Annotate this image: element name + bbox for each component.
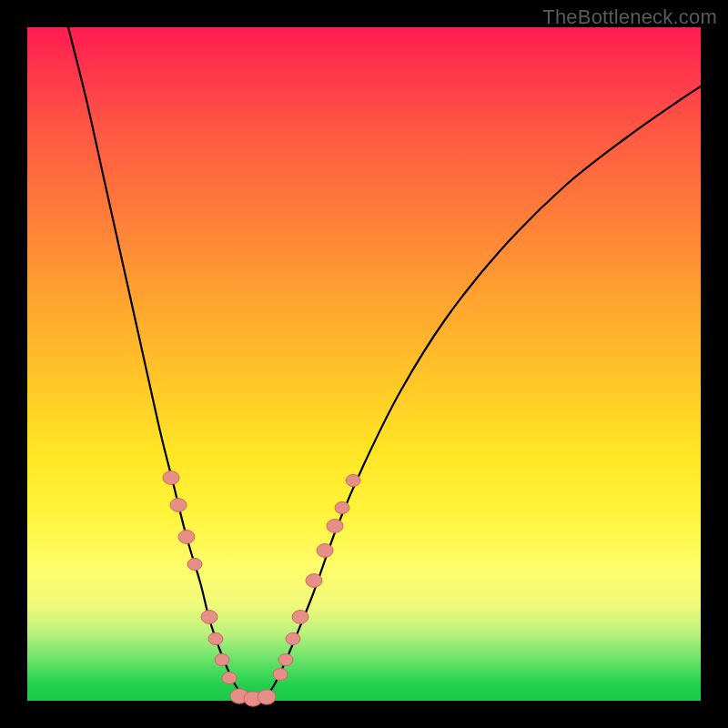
curve-group — [68, 27, 701, 698]
data-marker — [292, 611, 308, 624]
data-marker — [278, 653, 293, 665]
data-marker — [215, 653, 229, 665]
curve-right-curve — [264, 86, 701, 698]
data-marker — [258, 690, 276, 704]
data-marker — [178, 531, 195, 544]
data-marker — [201, 611, 217, 624]
data-marker — [163, 471, 179, 485]
data-marker — [346, 474, 360, 486]
data-marker — [187, 558, 202, 570]
data-marker — [306, 574, 322, 588]
data-marker — [273, 668, 288, 680]
data-marker — [286, 632, 300, 644]
marker-group — [163, 471, 360, 707]
watermark-text: TheBottleneck.com — [542, 5, 717, 29]
data-marker — [170, 499, 187, 512]
data-marker — [327, 520, 343, 533]
curve-left-curve — [68, 27, 246, 698]
data-marker — [208, 632, 223, 644]
data-marker — [317, 544, 333, 558]
data-marker — [335, 501, 349, 513]
chart-svg — [27, 27, 701, 701]
data-marker — [222, 672, 237, 683]
